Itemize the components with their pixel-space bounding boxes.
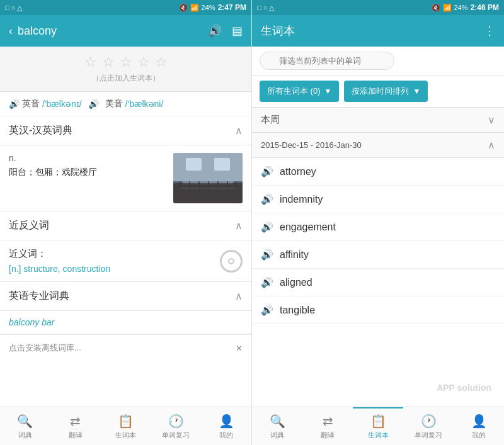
sort-dropdown-icon: ▼ <box>413 87 420 96</box>
us-phonetic: /'bælkəni/ <box>125 99 164 109</box>
prof-dict-section: 英语专业词典 ∧ balcony bar <box>0 282 251 335</box>
right-battery: 24% <box>454 4 468 11</box>
right-translate-icon: ⇄ <box>323 414 333 429</box>
right-nav-icons: □ ○ △ <box>257 4 274 12</box>
back-button[interactable]: ‹ <box>9 25 13 38</box>
synonyms-words[interactable]: structure, construction <box>23 264 110 274</box>
speaker-small-icon: 🔊 <box>9 99 20 109</box>
all-words-dropdown-icon: ▼ <box>324 87 332 96</box>
dict-section-header[interactable]: 英汉-汉英词典 ∧ <box>0 116 251 145</box>
list-item[interactable]: 🔊 engagement <box>252 213 504 241</box>
word-speaker-icon-5[interactable]: 🔊 <box>261 276 273 288</box>
right-review-icon: 🕐 <box>421 414 437 429</box>
sort-filter[interactable]: 按添加时间排列 ▼ <box>344 81 428 102</box>
week-header[interactable]: 本周 ∨ <box>252 108 504 133</box>
word-text-2: indemnity <box>280 194 323 205</box>
svg-rect-1 <box>173 181 243 203</box>
right-nav-translate[interactable]: ⇄ 翻译 <box>302 407 353 445</box>
date-range-text: 2015-Dec-15 - 2016-Jan-30 <box>261 140 362 150</box>
svg-rect-6 <box>189 181 190 191</box>
list-item[interactable]: 🔊 attorney <box>252 158 504 186</box>
speaker-icon[interactable]: 🔊 <box>208 24 222 38</box>
list-item[interactable]: 🔊 affinity <box>252 241 504 269</box>
translate-nav-icon: ⇄ <box>70 414 81 429</box>
right-status-right: 🔇 📶 24% 2:46 PM <box>432 3 499 12</box>
nav-profile[interactable]: 👤 我的 <box>201 407 251 445</box>
right-signal-icon: 🔇 <box>432 4 440 12</box>
right-menu-icon[interactable]: ⋮ <box>484 24 495 38</box>
nav-translate[interactable]: ⇄ 翻译 <box>50 407 101 445</box>
signal-icon: 🔇 <box>179 4 188 12</box>
right-profile-icon: 👤 <box>471 414 487 429</box>
right-profile-label: 我的 <box>472 431 486 440</box>
circle-inner <box>228 258 234 264</box>
word-speaker-icon-3[interactable]: 🔊 <box>261 221 273 233</box>
all-words-filter[interactable]: 所有生词本 (0) ▼ <box>260 81 339 102</box>
time-display: 2:47 PM <box>218 3 246 12</box>
right-nav-review[interactable]: 🕐 单词复习 <box>403 407 454 445</box>
balcony-photo <box>173 153 243 203</box>
star-5[interactable]: ☆ <box>155 54 168 70</box>
note-icon[interactable]: ▤ <box>232 24 243 38</box>
word-speaker-icon-4[interactable]: 🔊 <box>261 249 273 261</box>
right-status-info: 🔇 📶 24% 2:47 PM <box>179 3 246 12</box>
synonyms-pos-label: [n.] <box>9 264 21 274</box>
search-input[interactable] <box>260 52 394 70</box>
nav-dict[interactable]: 🔍 词典 <box>0 407 50 445</box>
svg-rect-8 <box>208 181 209 191</box>
install-offline-bar[interactable]: 点击安装离线词库... ✕ <box>0 335 251 361</box>
synonyms-content: 近义词： [n.] structure, construction <box>0 240 251 282</box>
right-nav-dict[interactable]: 🔍 词典 <box>252 407 302 445</box>
profile-nav-label: 我的 <box>219 431 233 440</box>
audio-circle-icon[interactable] <box>220 250 243 273</box>
profile-nav-icon: 👤 <box>219 414 234 429</box>
word-text-3: engagement <box>280 222 336 233</box>
dict-nav-icon: 🔍 <box>17 414 33 429</box>
word-speaker-icon-1[interactable]: 🔊 <box>261 166 273 177</box>
install-close-icon[interactable]: ✕ <box>236 344 243 353</box>
right-wordbook-icon: 📋 <box>370 414 386 429</box>
nav-icons: □ ○ △ <box>5 4 22 12</box>
dict-section-title: 英汉-汉英词典 <box>9 124 72 137</box>
right-header-title: 生词本 <box>261 23 295 38</box>
right-nav-profile[interactable]: 👤 我的 <box>454 407 504 445</box>
right-bottom-nav: 🔍 词典 ⇄ 翻译 📋 生词本 🕐 单词复习 👤 我的 <box>252 407 504 445</box>
wifi-icon: 📶 <box>190 4 199 12</box>
left-header: ‹ balcony 🔊 ▤ <box>0 15 251 47</box>
star-1[interactable]: ☆ <box>84 54 97 70</box>
right-status-bar: □ ○ △ 🔇 📶 24% 2:46 PM <box>252 0 504 15</box>
left-status-bar: □ ○ △ 🔇 📶 24% 2:47 PM <box>0 0 251 15</box>
star-2[interactable]: ☆ <box>102 54 115 70</box>
list-item[interactable]: 🔊 indemnity <box>252 186 504 213</box>
part-of-speech: n. <box>9 153 166 163</box>
star-4[interactable]: ☆ <box>137 54 150 70</box>
right-dict-icon: 🔍 <box>270 414 285 429</box>
balcony-image <box>173 153 243 203</box>
list-item[interactable]: 🔊 tangible <box>252 296 504 324</box>
prof-section-header[interactable]: 英语专业词典 ∧ <box>0 282 251 311</box>
balcony-bar-item[interactable]: balcony bar <box>0 311 251 334</box>
word-speaker-icon-6[interactable]: 🔊 <box>261 304 273 316</box>
week-label: 本周 <box>261 114 280 126</box>
list-item[interactable]: 🔊 aligned <box>252 269 504 296</box>
us-label: 美音 <box>105 98 123 110</box>
battery-text: 24% <box>202 4 215 11</box>
dict-nav-label: 词典 <box>18 431 32 440</box>
star-rating-section: ☆ ☆ ☆ ☆ ☆ （点击加入生词本） <box>0 47 251 92</box>
pronunciation-row: 🔊 英音 /'bælkənɪ/ 🔊 美音 /'bælkəni/ <box>0 92 251 116</box>
nav-review[interactable]: 🕐 单词复习 <box>151 407 201 445</box>
brit-pron[interactable]: 🔊 英音 /'bælkənɪ/ <box>9 98 82 110</box>
definition-text-area: n. 阳台；包厢；戏院楼厅 <box>9 153 166 203</box>
svg-rect-11 <box>173 153 243 181</box>
star-3[interactable]: ☆ <box>120 54 132 70</box>
us-pron[interactable]: 美音 /'bælkəni/ <box>105 98 164 110</box>
right-content-area: 🔍 所有生词本 (0) ▼ 按添加时间排列 ▼ 本周 ∨ 2015-Dec-15… <box>252 47 504 445</box>
stars-row[interactable]: ☆ ☆ ☆ ☆ ☆ <box>8 54 244 70</box>
date-range-header[interactable]: 2015-Dec-15 - 2016-Jan-30 ∧ <box>252 133 504 158</box>
synonyms-chevron-icon: ∧ <box>235 220 243 232</box>
right-nav-wordbook[interactable]: 📋 生词本 <box>353 407 403 445</box>
nav-wordbook[interactable]: 📋 生词本 <box>101 407 151 445</box>
wordbook-nav-label: 生词本 <box>115 431 136 440</box>
word-speaker-icon-2[interactable]: 🔊 <box>261 193 273 205</box>
synonyms-section-header[interactable]: 近反义词 ∧ <box>0 211 251 240</box>
